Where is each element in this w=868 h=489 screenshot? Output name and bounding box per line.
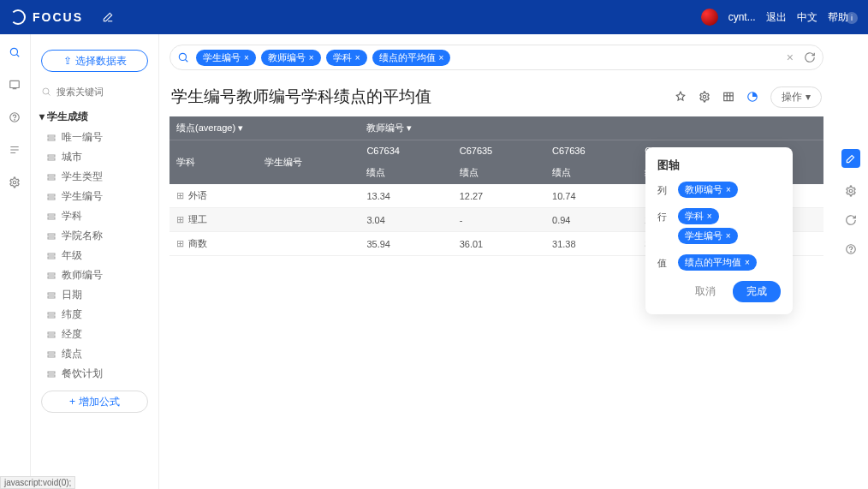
query-chip[interactable]: 教师编号× <box>261 50 321 66</box>
chip-close-icon[interactable]: × <box>745 258 750 267</box>
lang-link[interactable]: 中文 <box>797 10 817 25</box>
svg-rect-17 <box>48 237 55 239</box>
cell: 36.01 <box>453 232 545 256</box>
tree-item[interactable]: 城市 <box>45 147 152 167</box>
tree-root-title[interactable]: ▾ 学生成绩 <box>38 106 152 128</box>
svg-rect-1 <box>9 81 19 87</box>
tree-item[interactable]: 日期 <box>45 285 152 305</box>
tree-item-label: 教师编号 <box>62 268 103 283</box>
dropdown-icon[interactable]: ▾ <box>407 122 412 133</box>
svg-rect-20 <box>48 273 55 275</box>
query-chip[interactable]: 学生编号× <box>196 50 256 66</box>
svg-point-4 <box>13 181 16 184</box>
info-icon[interactable] <box>845 243 857 255</box>
tree-item[interactable]: 经度 <box>45 325 152 344</box>
rail-settings-icon[interactable] <box>9 176 22 190</box>
col-header[interactable]: C67634 <box>360 140 452 162</box>
chip-close-icon[interactable]: × <box>707 212 712 221</box>
edit-icon[interactable] <box>102 11 114 23</box>
rail-help-icon[interactable] <box>9 111 22 125</box>
col-header[interactable]: C67635 <box>453 140 545 162</box>
tree-item-label: 学院名称 <box>62 229 103 243</box>
tree-item[interactable]: 纬度 <box>45 305 152 325</box>
svg-rect-22 <box>48 293 55 295</box>
svg-rect-23 <box>48 296 55 298</box>
chip-close-icon[interactable]: × <box>309 53 314 63</box>
group-header[interactable]: 教师编号 <box>366 122 404 133</box>
expand-icon[interactable]: ⊞ <box>176 238 185 249</box>
chip-close-icon[interactable]: × <box>726 231 731 241</box>
rail-search-icon[interactable] <box>9 46 22 60</box>
pin-icon[interactable] <box>675 91 687 103</box>
logout-link[interactable]: 退出 <box>766 10 787 25</box>
tree-item-label: 唯一编号 <box>62 130 103 145</box>
tree-item[interactable]: 学科 <box>45 206 152 226</box>
help-link[interactable]: 帮助 i <box>828 10 858 25</box>
tree-item[interactable]: 餐饮计划 <box>45 364 152 384</box>
chip-close-icon[interactable]: × <box>439 53 444 63</box>
select-data-button[interactable]: ⇪ 选择数据表 <box>41 50 148 72</box>
ops-button[interactable]: 操作▾ <box>770 86 822 108</box>
tree-item-label: 经度 <box>62 327 82 342</box>
svg-rect-14 <box>48 214 55 216</box>
cancel-button[interactable]: 取消 <box>687 281 724 302</box>
chip-close-icon[interactable]: × <box>355 53 360 63</box>
pie-chart-icon[interactable] <box>746 91 758 103</box>
table-icon[interactable] <box>722 91 734 103</box>
tree-item[interactable]: 年级 <box>45 246 152 265</box>
value-header: 绩点 <box>453 161 545 184</box>
tree-item[interactable]: 唯一编号 <box>45 128 152 147</box>
svg-point-33 <box>703 95 706 98</box>
username[interactable]: cynt... <box>728 11 756 23</box>
search-icon <box>41 86 51 98</box>
svg-rect-13 <box>48 198 55 200</box>
svg-rect-26 <box>48 332 55 334</box>
tree-item-label: 年级 <box>62 248 82 263</box>
chip-close-icon[interactable]: × <box>244 53 249 63</box>
sidebar-search[interactable] <box>38 84 152 106</box>
upload-icon: ⇪ <box>63 55 72 67</box>
svg-rect-16 <box>48 234 55 236</box>
sidebar-search-input[interactable] <box>56 86 148 97</box>
expand-icon[interactable]: ⊞ <box>176 190 185 201</box>
axis-col-label: 列 <box>657 182 669 197</box>
gear-icon[interactable] <box>699 91 710 103</box>
chip-close-icon[interactable]: × <box>726 185 731 194</box>
reload-icon[interactable] <box>845 214 857 226</box>
tree-item[interactable]: 绩点 <box>45 344 152 364</box>
avatar[interactable] <box>701 9 718 26</box>
expand-icon[interactable]: ⊞ <box>176 214 185 225</box>
add-formula-button[interactable]: + 增加公式 <box>41 391 148 413</box>
tree-item[interactable]: 学生类型 <box>45 167 152 187</box>
svg-rect-15 <box>48 218 55 219</box>
tree-item[interactable]: 学生编号 <box>45 187 152 206</box>
settings-icon[interactable] <box>845 185 857 197</box>
dropdown-icon[interactable]: ▾ <box>238 122 243 133</box>
axis-tag[interactable]: 教师编号× <box>678 182 738 198</box>
svg-point-0 <box>10 48 17 55</box>
refresh-icon[interactable] <box>804 51 816 63</box>
query-chip[interactable]: 绩点的平均值× <box>372 50 451 66</box>
cell: 3.04 <box>360 208 452 232</box>
axis-tag[interactable]: 学科× <box>678 208 719 224</box>
tree-item-label: 城市 <box>62 150 82 164</box>
chart-edit-icon[interactable] <box>841 149 860 168</box>
tree-item-label: 学生编号 <box>62 189 103 204</box>
rail-data-icon[interactable] <box>9 144 22 158</box>
svg-point-37 <box>851 252 852 253</box>
query-chip[interactable]: 学科× <box>326 50 367 66</box>
clear-icon[interactable]: × <box>787 51 794 64</box>
svg-rect-8 <box>48 155 55 157</box>
axis-val-label: 值 <box>657 254 669 270</box>
tree-item[interactable]: 教师编号 <box>45 265 152 285</box>
metric-header[interactable]: 绩点(average) <box>176 122 235 133</box>
tree-item[interactable]: 学院名称 <box>45 226 152 246</box>
col-header[interactable]: C67636 <box>545 140 638 162</box>
axis-tag[interactable]: 绩点的平均值× <box>678 254 757 271</box>
axis-tag[interactable]: 学生编号× <box>678 228 738 244</box>
value-header: 绩点 <box>545 161 638 184</box>
query-bar[interactable]: 学生编号×教师编号×学科×绩点的平均值× × <box>169 45 823 70</box>
svg-rect-12 <box>48 194 55 196</box>
rail-board-icon[interactable] <box>9 79 22 92</box>
done-button[interactable]: 完成 <box>733 281 781 302</box>
